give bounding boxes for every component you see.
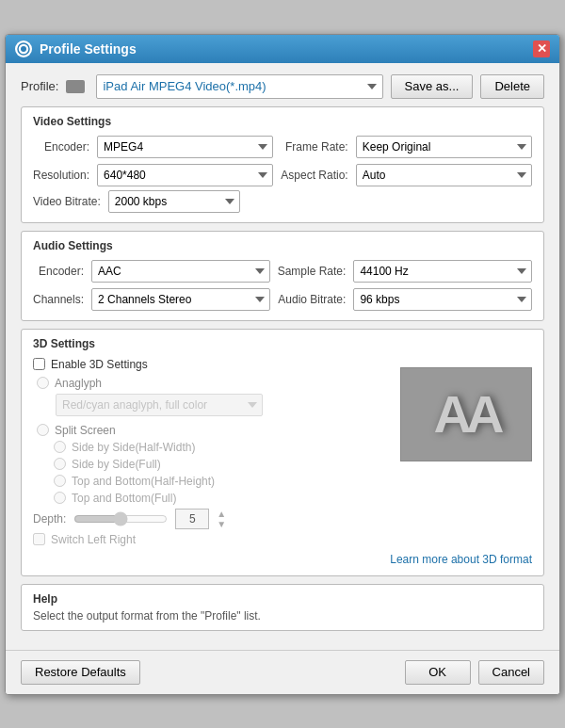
title-bar: Profile Settings ✕: [6, 35, 559, 63]
sample-rate-select[interactable]: 44100 Hz: [353, 260, 532, 283]
depth-row: Depth: 5 ▲▼: [33, 509, 532, 529]
anaglyph-radio[interactable]: [37, 377, 49, 389]
profile-row: Profile: iPad Air MPEG4 Video(*.mp4) Sav…: [21, 74, 544, 99]
delete-button[interactable]: Delete: [480, 74, 544, 99]
enable-3d-label[interactable]: Enable 3D Settings: [51, 358, 148, 371]
split-screen-label[interactable]: Split Screen: [55, 424, 116, 437]
encoder-label: Encoder:: [33, 140, 89, 154]
side-by-side-half-label[interactable]: Side by Side(Half-Width): [72, 441, 195, 454]
anaglyph-select[interactable]: Red/cyan anaglyph, full color: [56, 394, 263, 416]
audio-settings-section: Audio Settings Encoder: AAC Sample Rate:…: [21, 231, 544, 321]
svg-point-1: [21, 46, 26, 52]
top-bottom-full-radio[interactable]: [54, 492, 66, 504]
profile-settings-window: Profile Settings ✕ Profile: iPad Air MPE…: [5, 34, 560, 695]
profile-label: Profile:: [21, 79, 58, 93]
resolution-label: Resolution:: [33, 169, 89, 182]
profile-select[interactable]: iPad Air MPEG4 Video(*.mp4): [96, 74, 382, 99]
audio-settings-title: Audio Settings: [33, 239, 532, 252]
side-by-side-half-radio[interactable]: [54, 441, 66, 453]
title-bar-icon: [15, 40, 32, 57]
main-content: Profile: iPad Air MPEG4 Video(*.mp4) Sav…: [6, 63, 559, 650]
audio-encoder-label: Encoder:: [33, 265, 84, 278]
audio-bitrate-label: Audio Bitrate:: [278, 293, 347, 306]
sample-rate-label: Sample Rate:: [278, 265, 347, 278]
frame-rate-select[interactable]: Keep Original: [356, 136, 532, 158]
preview-box: AA: [400, 367, 532, 461]
help-text: Select the output format from the "Profi…: [33, 609, 532, 623]
profile-device-icon: [66, 80, 85, 93]
learn-more-row: Learn more about 3D format: [33, 552, 532, 566]
top-bottom-full-row: Top and Bottom(Full): [54, 492, 532, 505]
three-d-settings-section: 3D Settings AA Enable 3D Settings Anagly…: [21, 329, 544, 576]
depth-label: Depth:: [33, 512, 66, 526]
switch-lr-checkbox[interactable]: [33, 533, 45, 545]
close-button[interactable]: ✕: [533, 40, 550, 57]
preview-box-container: AA: [400, 367, 532, 461]
video-bitrate-label: Video Bitrate:: [33, 195, 101, 208]
footer-right-buttons: OK Cancel: [405, 660, 544, 685]
top-bottom-half-row: Top and Bottom(Half-Height): [54, 475, 532, 488]
depth-spinner-up[interactable]: ▲▼: [217, 509, 226, 529]
switch-lr-row: Switch Left Right: [33, 533, 532, 546]
switch-lr-label[interactable]: Switch Left Right: [51, 533, 136, 546]
split-screen-radio[interactable]: [37, 424, 49, 436]
enable-3d-checkbox[interactable]: [33, 358, 45, 370]
aspect-ratio-select[interactable]: Auto: [356, 164, 532, 186]
top-bottom-half-radio[interactable]: [54, 475, 66, 487]
video-bitrate-row: Video Bitrate: 2000 kbps: [33, 190, 532, 213]
channels-label: Channels:: [33, 293, 84, 306]
side-by-side-full-radio[interactable]: [54, 458, 66, 470]
resolution-select[interactable]: 640*480: [97, 164, 273, 186]
audio-settings-grid: Encoder: AAC Sample Rate: 44100 Hz Chann…: [33, 260, 532, 311]
audio-encoder-select[interactable]: AAC: [91, 260, 270, 283]
channels-select[interactable]: 2 Channels Stereo: [91, 288, 270, 311]
depth-value: 5: [175, 509, 209, 529]
side-by-side-full-label[interactable]: Side by Side(Full): [72, 458, 161, 471]
video-settings-title: Video Settings: [33, 115, 532, 128]
video-settings-grid: Encoder: MPEG4 Frame Rate: Keep Original…: [33, 136, 532, 186]
audio-bitrate-select[interactable]: 96 kbps: [353, 288, 532, 311]
top-bottom-half-label[interactable]: Top and Bottom(Half-Height): [72, 475, 215, 488]
footer: Restore Defaults OK Cancel: [6, 650, 559, 694]
depth-slider[interactable]: [73, 511, 168, 526]
video-bitrate-select[interactable]: 2000 kbps: [108, 190, 240, 213]
preview-text: AA: [434, 383, 499, 445]
anaglyph-label[interactable]: Anaglyph: [55, 377, 102, 390]
top-bottom-full-label[interactable]: Top and Bottom(Full): [72, 492, 176, 505]
help-title: Help: [33, 592, 532, 606]
learn-more-link[interactable]: Learn more about 3D format: [390, 553, 532, 566]
restore-defaults-button[interactable]: Restore Defaults: [21, 660, 140, 685]
ok-button[interactable]: OK: [405, 660, 471, 685]
window-title: Profile Settings: [40, 41, 533, 57]
frame-rate-label: Frame Rate:: [281, 140, 347, 154]
save-as-button[interactable]: Save as...: [391, 74, 474, 99]
three-d-title: 3D Settings: [33, 337, 532, 350]
encoder-select[interactable]: MPEG4: [97, 136, 273, 158]
video-settings-section: Video Settings Encoder: MPEG4 Frame Rate…: [21, 106, 544, 223]
help-section: Help Select the output format from the "…: [21, 584, 544, 631]
cancel-button[interactable]: Cancel: [478, 660, 544, 685]
aspect-ratio-label: Aspect Ratio:: [281, 169, 347, 182]
